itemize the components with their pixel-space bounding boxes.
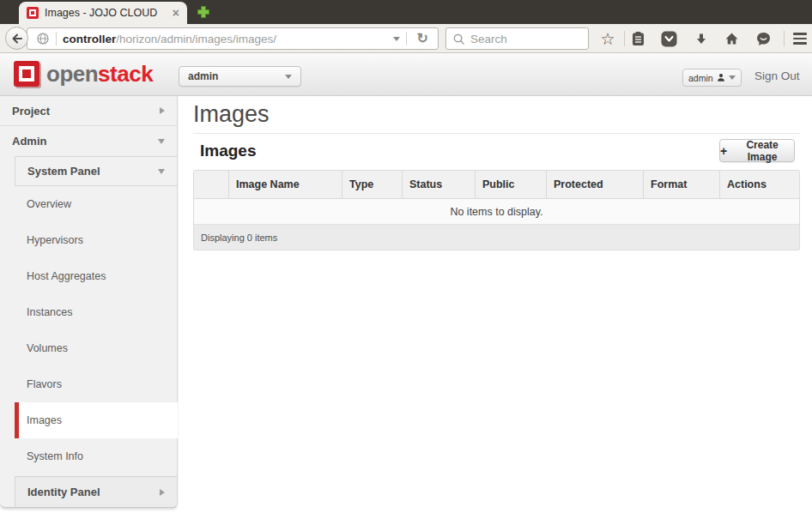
caret-down-icon (285, 75, 292, 79)
sidebar-admin-label: Admin (12, 135, 46, 148)
empty-table-message: No items to display. (194, 199, 799, 225)
search-input[interactable] (470, 33, 582, 45)
main-content: Images Images + Create Image Image Name … (179, 96, 812, 531)
toolbar-divider (784, 31, 785, 46)
images-table: Image Name Type Status Public Protected … (193, 170, 800, 250)
sidebar-item-system-panel[interactable]: System Panel (15, 156, 177, 186)
sidebar: Project Admin System Panel Overview Hype… (0, 96, 178, 508)
page-title: Images (193, 101, 270, 128)
caret-down-icon (729, 75, 736, 80)
bookmarks-menu-button[interactable] (629, 30, 646, 47)
tab-close-icon[interactable]: × (173, 7, 179, 19)
new-tab-button[interactable] (196, 4, 211, 20)
openstack-logo: openstack (14, 61, 153, 87)
sign-out-link[interactable]: Sign Out (754, 69, 800, 82)
create-image-button[interactable]: + Create Image (719, 139, 795, 162)
star-icon: ☆ (600, 31, 615, 47)
project-selector-value: admin (188, 70, 218, 82)
sidebar-nav-list: Overview Hypervisors Host Aggregates Ins… (15, 186, 177, 476)
title-divider (193, 133, 800, 134)
sidebar-item-flavors[interactable]: Flavors (15, 366, 177, 402)
nav-item-label: Hypervisors (27, 234, 83, 246)
column-header-protected[interactable]: Protected (546, 171, 643, 198)
sidebar-item-host-aggregates[interactable]: Host Aggregates (15, 258, 177, 294)
openstack-header: openstack admin admin Sign Out (0, 53, 812, 96)
caret-down-icon (158, 169, 165, 174)
images-table-header: Image Name Type Status Public Protected … (194, 171, 799, 199)
bookmark-star-button[interactable]: ☆ (599, 30, 616, 47)
project-selector[interactable]: admin (179, 66, 301, 87)
column-header-checkbox (194, 171, 228, 198)
sidebar-item-instances[interactable]: Instances (15, 294, 177, 330)
openstack-cube-icon (14, 61, 39, 87)
sidebar-item-project[interactable]: Project (0, 96, 177, 126)
system-panel-label: System Panel (27, 165, 100, 178)
column-header-actions: Actions (719, 171, 799, 198)
identity-panel-label: Identity Panel (27, 486, 100, 498)
magnifier-icon (452, 33, 465, 45)
nav-item-label: Volumes (27, 342, 68, 354)
nav-item-label: Images (27, 414, 62, 426)
nav-item-label: Instances (27, 306, 73, 318)
url-dropdown-icon[interactable] (393, 37, 400, 41)
user-menu-button[interactable]: admin (682, 69, 742, 87)
globe-icon (36, 32, 50, 45)
caret-right-icon (160, 107, 165, 114)
pocket-button[interactable] (660, 30, 677, 47)
url-path: /horizon/admin/images/images/ (116, 33, 392, 45)
plus-icon: + (720, 145, 727, 157)
column-header-public[interactable]: Public (475, 171, 546, 198)
person-icon (716, 72, 726, 83)
home-button[interactable] (723, 30, 740, 47)
arrow-left-icon (10, 32, 24, 45)
sidebar-item-identity-panel[interactable]: Identity Panel (15, 476, 177, 507)
hello-chat-button[interactable] (754, 30, 772, 47)
nav-item-label: Overview (27, 198, 71, 210)
house-icon (724, 32, 739, 45)
column-header-status[interactable]: Status (402, 171, 475, 198)
caret-right-icon (160, 489, 165, 496)
logo-text-open: open (46, 61, 98, 87)
plus-icon (196, 4, 211, 20)
column-header-format[interactable]: Format (643, 171, 719, 198)
toolbar-divider (624, 31, 625, 46)
sidebar-project-label: Project (12, 105, 50, 118)
sidebar-item-overview[interactable]: Overview (15, 186, 177, 222)
user-menu-label: admin (688, 73, 713, 83)
browser-toolbar: controller /horizon/admin/images/images/… (0, 24, 812, 53)
sidebar-item-admin[interactable]: Admin (0, 126, 177, 156)
clipboard-list-icon (632, 32, 645, 46)
reload-icon[interactable]: ↻ (413, 32, 433, 45)
tab-title: Images - JOJO CLOUD (45, 7, 167, 19)
sidebar-item-system-info[interactable]: System Info (15, 438, 177, 474)
arrow-down-icon (694, 33, 708, 45)
caret-down-icon (158, 139, 165, 144)
column-header-type[interactable]: Type (342, 171, 402, 198)
urlbar-divider (406, 32, 407, 45)
column-header-image-name[interactable]: Image Name (228, 171, 342, 198)
url-bar[interactable]: controller /horizon/admin/images/images/… (27, 27, 439, 50)
chat-smiley-icon (756, 32, 771, 46)
search-box[interactable] (445, 27, 589, 50)
openstack-favicon-icon (27, 7, 39, 19)
create-image-label: Create Image (730, 139, 794, 163)
hamburger-icon (793, 33, 807, 45)
browser-titlebar: Images - JOJO CLOUD × (0, 0, 812, 24)
panel-title: Images (200, 142, 256, 160)
chevron-down-badge-icon (661, 31, 677, 47)
downloads-button[interactable] (693, 30, 710, 47)
sidebar-item-volumes[interactable]: Volumes (15, 330, 177, 366)
nav-item-label: Flavors (27, 378, 62, 390)
logo-text-stack: stack (98, 61, 153, 87)
url-host: controller (63, 33, 116, 45)
nav-item-label: System Info (27, 450, 83, 462)
sidebar-item-images-active[interactable]: Images (15, 402, 178, 438)
browser-tab[interactable]: Images - JOJO CLOUD × (19, 2, 187, 24)
sidebar-item-hypervisors[interactable]: Hypervisors (15, 222, 177, 258)
menu-button[interactable] (791, 30, 809, 47)
urlbar-divider (56, 32, 57, 45)
back-button[interactable] (5, 27, 28, 50)
table-footer-count: Displaying 0 items (194, 225, 799, 250)
nav-item-label: Host Aggregates (27, 270, 106, 282)
